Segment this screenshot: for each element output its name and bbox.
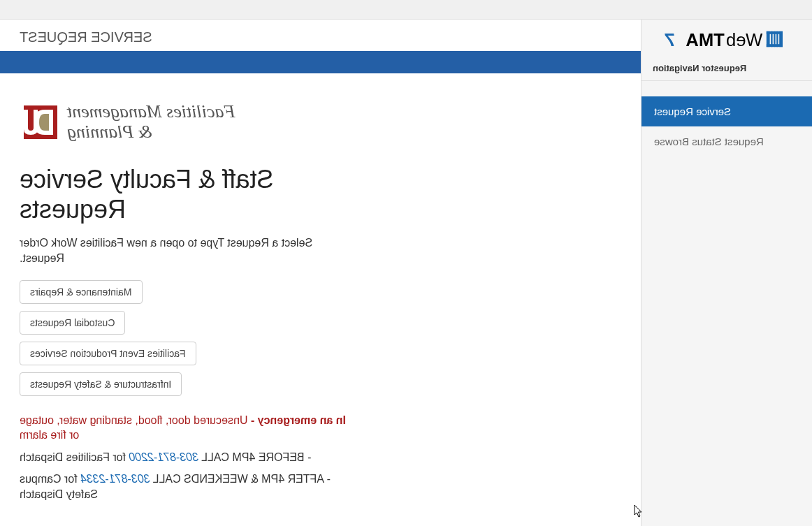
page-title-bar: SERVICE REQUEST <box>0 20 641 51</box>
contact-after-4pm: - AFTER 4PM & WEEKENDS CALL 303-871-2334… <box>20 472 355 502</box>
webtma-logo-icon: Web TMA 7 <box>648 28 783 50</box>
svg-text:Web: Web <box>726 30 762 50</box>
dept-name-line1: Facilities Management <box>67 102 235 122</box>
contact-before-4pm: - BEFORE 4PM CALL 303-871-2200 for Facil… <box>20 450 355 465</box>
sidebar: Web TMA 7 Requestor Navigation Service R… <box>641 20 812 526</box>
contact1-suffix: for Facilities Dispatch <box>20 451 129 463</box>
btn-maintenance-repairs[interactable]: Maintenance & Repairs <box>20 280 143 304</box>
sidebar-item-request-status-browse[interactable]: Request Status Browse <box>641 126 812 156</box>
btn-event-production[interactable]: Facilities Event Production Services <box>20 342 196 365</box>
request-button-group: Maintenance & Repairs Custodial Requests… <box>20 280 355 396</box>
btn-custodial-requests[interactable]: Custodial Requests <box>20 311 125 335</box>
svg-rect-5 <box>767 31 783 34</box>
emergency-label: In an emergency - <box>247 414 346 426</box>
contact1-phone[interactable]: 303-871-2200 <box>129 451 199 463</box>
du-shield-icon <box>20 101 61 143</box>
dept-name-line2: & Planning <box>67 122 235 143</box>
contact2-prefix: - AFTER 4PM & WEEKENDS CALL <box>150 473 331 485</box>
top-bar <box>0 0 812 20</box>
svg-rect-6 <box>767 44 783 47</box>
sidebar-header: Requestor Navigation <box>641 56 812 81</box>
app-logo: Web TMA 7 <box>641 20 812 56</box>
page-title: SERVICE REQUEST <box>20 29 621 45</box>
svg-text:7: 7 <box>664 30 675 50</box>
blue-bar <box>0 51 641 73</box>
contact2-phone[interactable]: 303-871-2334 <box>80 473 150 485</box>
content-intro: Select a Request Type to open a new Faci… <box>20 235 355 265</box>
emergency-detail: Unsecured door, flood, standing water, o… <box>20 414 247 441</box>
svg-text:TMA: TMA <box>686 30 724 50</box>
main-area: SERVICE REQUEST Facilities Management & … <box>0 20 641 526</box>
sidebar-item-service-request[interactable]: Service Request <box>641 96 812 126</box>
emergency-notice: In an emergency - Unsecured door, flood,… <box>20 413 355 443</box>
content-heading: Staff & Faculty Service Requests <box>20 164 355 224</box>
department-logo: Facilities Management & Planning <box>20 101 355 143</box>
contact1-prefix: - BEFORE 4PM CALL <box>198 451 311 463</box>
btn-infrastructure-safety[interactable]: Infrastructure & Safety Requests <box>20 372 182 396</box>
